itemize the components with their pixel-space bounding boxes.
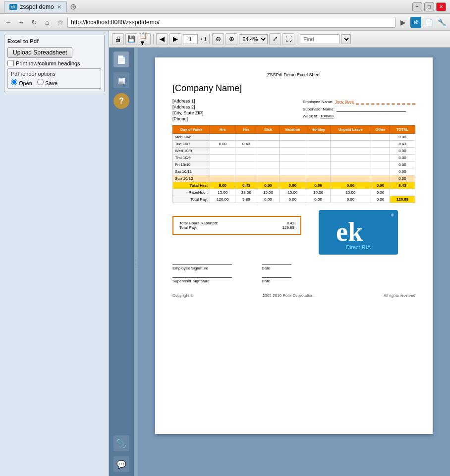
summary-pay-row: Total Pay: 129.89	[179, 225, 294, 230]
pdf-pages-icon[interactable]: 📄	[113, 52, 129, 67]
table-row: Mon 10/6 0.00	[173, 134, 415, 141]
split-handle[interactable]: ⋮⋮⋮	[134, 48, 138, 476]
pay-row: Total Pay: 120.009.890.000.000.000.000.0…	[173, 196, 415, 203]
open-radio-label: Open	[11, 79, 32, 86]
pdf-attach-icon[interactable]: 📎	[113, 435, 129, 451]
row-day: Sat 10/11	[173, 168, 210, 175]
pdf-right-info: Employee Name: Tony Stark Supervisor Nam…	[303, 99, 415, 121]
excel-group-title: Excel to Pdf	[7, 38, 101, 44]
video-btn[interactable]: ▶	[397, 17, 408, 28]
pdf-viewer-wrapper: 📄 ▦ ? 📎 💬 ⋮⋮⋮ ZSSPdf Demo Excel Sheet [C…	[109, 48, 450, 476]
col-hrs2: Hrs	[235, 126, 257, 134]
row-day: Tue 10/7	[173, 141, 210, 148]
pdf-comment-icon[interactable]: 💬	[113, 456, 129, 472]
logo-icon: ek	[334, 215, 383, 248]
page-btn[interactable]: 📄	[423, 17, 434, 28]
print-headings-label: Print row/column headings	[16, 60, 80, 66]
table-row-sun: Sun 10/12 0.00	[173, 175, 415, 182]
star-btn[interactable]: ☆	[55, 17, 65, 28]
pdf-sheet-title: ZSSPdf Demo Excel Sheet	[172, 72, 415, 77]
svg-text:ek: ek	[336, 217, 363, 245]
home-btn[interactable]: ⌂	[42, 17, 53, 28]
table-row: Tue 10/7 8.000.43 8.43	[173, 141, 415, 148]
save-radio-label: Save	[37, 79, 57, 86]
maximize-btn[interactable]: □	[424, 2, 434, 11]
pdf-address2: [Address 2]	[172, 105, 203, 109]
pdf-zoom-in-btn[interactable]: ⊕	[225, 33, 237, 45]
window-controls: − □ ✕	[412, 2, 446, 11]
col-total: TOTAL	[390, 126, 415, 134]
nav-bar: ← → ↻ ⌂ ☆ ▶ ek 📄 🔧	[0, 14, 450, 31]
col-holiday: Holiday	[306, 126, 331, 134]
week-of-value: 10/6/08	[320, 114, 334, 118]
forward-btn[interactable]: →	[16, 17, 27, 28]
back-btn[interactable]: ←	[3, 17, 14, 28]
pdf-zoom-select[interactable]: 64.4% 50% 75% 100%	[239, 34, 268, 44]
tools-btn[interactable]: 🔧	[436, 17, 447, 28]
employee-field-line	[356, 99, 415, 105]
ek-btn[interactable]: ek	[410, 17, 421, 28]
pdf-prev-btn[interactable]: ◀	[156, 33, 168, 45]
pdf-zoom-out-btn[interactable]: ⊖	[212, 33, 224, 45]
pdf-thumbs-icon[interactable]: ▦	[113, 72, 129, 88]
col-other: Other	[371, 126, 390, 134]
open-radio[interactable]	[11, 79, 17, 85]
minimize-btn[interactable]: −	[412, 2, 422, 11]
supervisor-sig-date: Date	[262, 277, 291, 283]
upload-spreadsheet-btn[interactable]: Upload Spreadsheet	[7, 47, 72, 58]
row-day: Fri 10/10	[173, 161, 210, 168]
pdf-page: ZSSPdf Demo Excel Sheet [Company Name] […	[155, 57, 433, 434]
row-day: Thu 10/9	[173, 155, 210, 161]
pdf-find-input[interactable]	[300, 34, 339, 44]
rate-row: Rate/Hour: 15.0023.0015.0015.0015.0015.0…	[173, 189, 415, 196]
pdf-page-input[interactable]	[183, 34, 198, 44]
toolbar-sep-3	[297, 34, 297, 44]
title-bar: ek zsspdf demo ✕ ⊕ − □ ✕	[0, 0, 450, 14]
left-sidebar: Excel to Pdf Upload Spreadsheet Print ro…	[0, 31, 109, 476]
toolbar-sep-2	[209, 34, 210, 44]
supervisor-sig-row: Supervisor Signature Date	[172, 277, 415, 283]
address-bar[interactable]	[67, 17, 395, 28]
save-radio[interactable]	[37, 79, 44, 85]
tab-favicon: ek	[9, 4, 17, 10]
week-of-label: Week of:	[303, 114, 318, 118]
browser-tab[interactable]: ek zsspdf demo ✕	[4, 1, 67, 12]
table-row: Fri 10/10 0.00	[173, 161, 415, 168]
pdf-render-title: Pdf render options	[11, 71, 98, 77]
pdf-footer: Copyright © 2005-2010 Potix Corporation.…	[172, 293, 415, 298]
pdf-next-btn[interactable]: ▶	[169, 33, 181, 45]
print-headings-checkbox[interactable]	[7, 60, 14, 66]
pdf-help-icon[interactable]: ?	[113, 93, 129, 109]
signature-section: Employee Signature Date Supervisor Signa…	[172, 264, 415, 283]
pdf-company-name: [Company Name]	[172, 83, 415, 94]
employee-value: Tony Stark	[335, 100, 354, 104]
pdf-save-btn[interactable]: 💾	[125, 33, 137, 45]
pdf-scroll-area[interactable]: ZSSPdf Demo Excel Sheet [Company Name] […	[138, 48, 450, 476]
footer-right: All rights reserved	[384, 293, 415, 298]
pdf-fit-btn[interactable]: ⤢	[269, 33, 281, 45]
close-btn[interactable]: ✕	[436, 2, 446, 11]
pdf-mail-btn[interactable]: 📋▼	[139, 33, 151, 45]
table-row: Wed 10/8 0.00	[173, 148, 415, 155]
timesheet-table: Day of Week Hrs Hrs Sick Vacation Holida…	[172, 125, 415, 203]
pdf-print-btn[interactable]: 🖨	[112, 33, 124, 45]
employee-sig-row: Employee Signature Date	[172, 264, 415, 270]
employee-row: Employee Name: Tony Stark	[303, 99, 415, 105]
pdf-area: 🖨 💾 📋▼ ◀ ▶ / 1 ⊖ ⊕ 64.4% 50% 75% 100% ⤢ …	[109, 31, 450, 476]
footer-left: Copyright ©	[172, 293, 193, 298]
pdf-fullscreen-btn[interactable]: ⛶	[282, 33, 294, 45]
tab-close-btn[interactable]: ✕	[57, 4, 61, 10]
pdf-left-panel: 📄 ▦ ? 📎 💬	[109, 48, 134, 476]
summary-hours-row: Total Hours Reported: 8.43	[179, 221, 294, 225]
pdf-find-options[interactable]	[341, 34, 351, 44]
pdf-phone: [Phone]	[172, 116, 203, 121]
logo-reg-symbol: ®	[391, 213, 394, 217]
supervisor-row: Supervisor Name:	[303, 106, 415, 112]
refresh-btn[interactable]: ↻	[29, 17, 40, 28]
row-day: Mon 10/6	[173, 134, 210, 141]
toolbar-sep-1	[153, 34, 154, 44]
new-tab-btn[interactable]: ⊕	[70, 2, 76, 11]
print-headings-row: Print row/column headings	[7, 60, 101, 66]
excel-to-pdf-panel: Excel to Pdf Upload Spreadsheet Print ro…	[4, 35, 105, 92]
supervisor-label: Supervisor Name:	[303, 107, 335, 111]
